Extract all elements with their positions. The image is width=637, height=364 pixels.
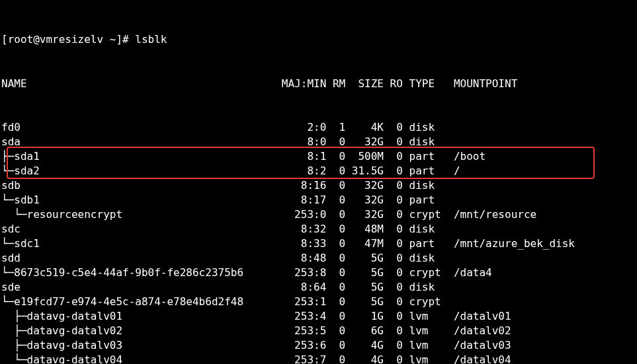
lsblk-row: └─sdb1 8:17 0 32G 0 part [1,193,636,207]
lsblk-row: sda 8:0 0 32G 0 disk [1,135,636,149]
lsblk-row: └─sdc1 8:33 0 47M 0 part /mnt/azure_bek_… [1,237,636,251]
lsblk-row: fd0 2:0 1 4K 0 disk [1,120,636,135]
lsblk-rows: fd0 2:0 1 4K 0 disk sda 8:0 0 32G 0 disk… [1,120,636,364]
lsblk-row: └─datavg-datalv04 253:7 0 4G 0 lvm /data… [1,353,636,364]
lsblk-row: sdd 8:48 0 5G 0 disk [1,251,636,266]
lsblk-row: └─sda2 8:2 0 31.5G 0 part / [1,164,636,178]
lsblk-row: └─resourceencrypt 253:0 0 32G 0 crypt /m… [1,207,636,222]
lsblk-row: sde 8:64 0 5G 0 disk [1,280,636,295]
lsblk-row: ├─datavg-datalv01 253:4 0 1G 0 lvm /data… [1,309,636,324]
lsblk-row: ├─sda1 8:1 0 500M 0 part /boot [1,149,636,164]
prompt-prefix: [root@vmresizelv ~]# [1,33,135,46]
terminal[interactable]: [root@vmresizelv ~]# lsblk NAME MAJ:MIN … [0,0,637,364]
lsblk-row: └─e19fcd77-e974-4e5c-a874-e78e4b6d2f48 2… [1,295,636,309]
lsblk-row: └─8673c519-c5e4-44af-9b0f-fe286c2375b6 2… [1,266,636,280]
prompt-command: lsblk [135,33,167,46]
lsblk-header: NAME MAJ:MIN RM SIZE RO TYPE MOUNTPOINT [1,77,636,91]
lsblk-row: ├─datavg-datalv02 253:5 0 6G 0 lvm /data… [1,324,636,338]
lsblk-row: sdb 8:16 0 32G 0 disk [1,178,636,193]
lsblk-row: ├─datavg-datalv03 253:6 0 4G 0 lvm /data… [1,338,636,353]
lsblk-row: sdc 8:32 0 48M 0 disk [1,222,636,237]
prompt-line: [root@vmresizelv ~]# lsblk [1,32,636,48]
